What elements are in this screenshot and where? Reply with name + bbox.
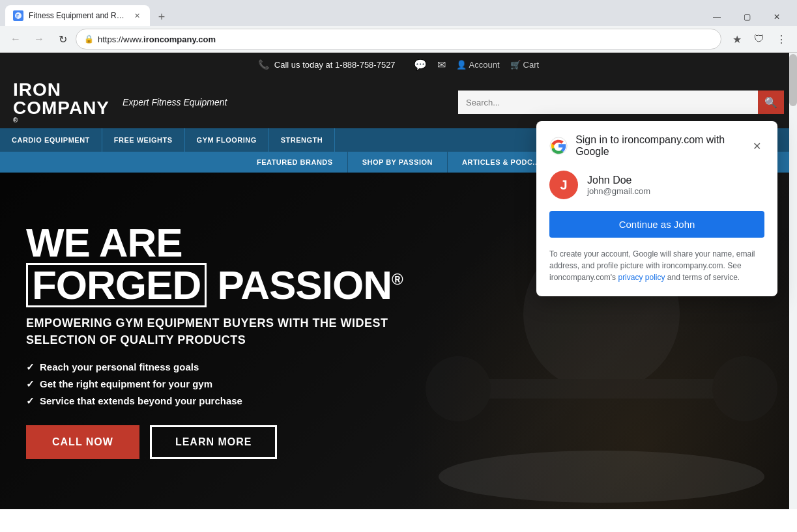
nav-free-weights[interactable]: FREE WEIGHTS [102, 128, 185, 152]
tab-favicon: F [13, 10, 23, 21]
svg-rect-4 [471, 379, 732, 399]
cart-link[interactable]: 🛒 Cart [510, 60, 540, 70]
hero-content: WE ARE FORGED PASSION® EMPOWERING GYM EQ… [26, 223, 430, 458]
security-icon: 🔒 [84, 35, 94, 44]
popup-header-left: Sign in to ironcompany.com with Google [549, 134, 749, 158]
top-bar: 📞 Call us today at 1-888-758-7527 💬 ✉ 👤 … [0, 53, 797, 76]
learn-more-button[interactable]: LEARN MORE [150, 425, 278, 459]
popup-close-button[interactable]: ✕ [749, 138, 764, 154]
hero-title: WE ARE FORGED PASSION® [26, 223, 430, 307]
popup-title: Sign in to ironcompany.com with Google [575, 134, 749, 158]
user-avatar: J [549, 171, 578, 199]
chat-icon[interactable]: 💬 [414, 59, 427, 71]
bookmark-button[interactable]: ★ [727, 29, 747, 49]
svg-point-2 [439, 451, 764, 503]
user-name: John Doe [587, 175, 650, 186]
site-header: IRON COMPANY® Expert Fitness Equipment 🔍 [0, 76, 797, 128]
svg-point-5 [426, 356, 491, 421]
search-input[interactable] [458, 91, 758, 114]
address-bar[interactable]: 🔒 https://www.ironcompany.com [76, 29, 721, 49]
forward-button[interactable]: → [29, 29, 50, 49]
close-button[interactable]: ✕ [762, 8, 792, 26]
hero-feature-1: Reach your personal fitness goals [26, 361, 430, 373]
hero-feature-3: Service that extends beyond your purchas… [26, 395, 430, 407]
header-tagline: Expert Fitness Equipment [123, 97, 227, 107]
user-details: John Doe john@gmail.com [587, 175, 650, 196]
url-display: https://www.ironcompany.com [98, 35, 216, 44]
account-link[interactable]: 👤 Account [456, 60, 500, 70]
reload-button[interactable]: ↻ [52, 29, 73, 49]
hero-title-line1: WE ARE [26, 223, 430, 263]
nav-cardio-equipment[interactable]: CARDIO EQUIPMENT [0, 128, 102, 152]
hero-reg: ® [392, 271, 403, 288]
shield-button[interactable]: 🛡 [749, 29, 770, 49]
minimize-button[interactable]: — [702, 8, 732, 26]
tab-close-button[interactable]: ✕ [132, 10, 142, 21]
phone-icon: 📞 [258, 59, 269, 70]
svg-text:F: F [16, 14, 20, 18]
nav-shop-by-passion[interactable]: SHOP BY PASSION [348, 152, 448, 173]
nav-featured-brands[interactable]: FEATURED BRANDS [242, 152, 348, 173]
logo-line1: IRON [13, 81, 109, 99]
url-domain: ironcompany.com [143, 35, 216, 44]
user-email: john@gmail.com [587, 186, 650, 196]
back-button[interactable]: ← [5, 29, 26, 49]
account-icon: 👤 [456, 60, 467, 70]
svg-point-6 [712, 356, 777, 421]
popup-disclaimer: To create your account, Google will shar… [549, 248, 764, 283]
search-button[interactable]: 🔍 [758, 91, 784, 114]
hero-buttons: CALL NOW LEARN MORE [26, 425, 430, 459]
email-icon[interactable]: ✉ [437, 59, 446, 71]
scrollbar-thumb[interactable] [789, 54, 797, 106]
logo[interactable]: IRON COMPANY® [13, 81, 109, 124]
hero-title-line2: FORGED PASSION® [26, 263, 430, 307]
popup-header: Sign in to ironcompany.com with Google ✕ [549, 134, 764, 158]
google-logo-icon [549, 136, 568, 156]
hero-forged: FORGED [26, 263, 207, 307]
google-signin-popup: Sign in to ironcompany.com with Google ✕… [536, 121, 777, 296]
new-tab-button[interactable]: + [152, 8, 171, 26]
privacy-policy-link[interactable]: privacy policy [618, 273, 665, 282]
hero-feature-2: Get the right equipment for your gym [26, 378, 430, 390]
menu-button[interactable]: ⋮ [771, 29, 792, 49]
hero-passion: PASSION [217, 262, 391, 307]
phone-text: Call us today at 1-888-758-7527 [274, 60, 396, 70]
scrollbar-track[interactable] [789, 53, 797, 509]
logo-line2: COMPANY® [13, 99, 109, 124]
hero-subtitle: EMPOWERING GYM EQUIPMENT BUYERS WITH THE… [26, 315, 430, 348]
nav-gym-flooring[interactable]: GYM FLOORING [185, 128, 269, 152]
call-now-button[interactable]: CALL NOW [26, 425, 139, 459]
tab-title: Fitness Equipment and Rubber [29, 11, 126, 20]
user-info: J John Doe john@gmail.com [549, 171, 764, 199]
nav-strength[interactable]: STRENGTH [269, 128, 336, 152]
maximize-button[interactable]: ▢ [732, 8, 762, 26]
browser-tab[interactable]: F Fitness Equipment and Rubber ✕ [5, 5, 150, 26]
continue-as-john-button[interactable]: Continue as John [549, 211, 764, 238]
search-bar: 🔍 [458, 91, 784, 114]
hero-features: Reach your personal fitness goals Get th… [26, 361, 430, 407]
cart-icon: 🛒 [510, 60, 521, 70]
